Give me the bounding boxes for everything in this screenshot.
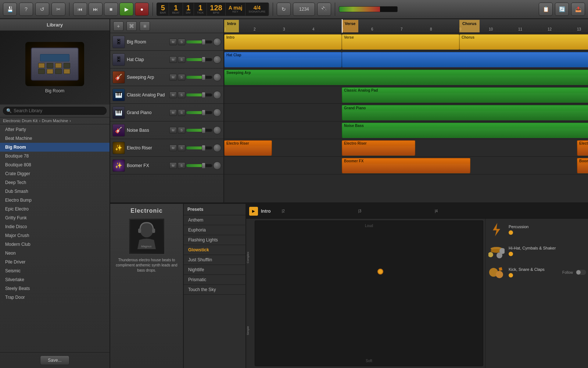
clip[interactable] <box>342 52 588 67</box>
add-track-button[interactable]: + <box>113 21 123 31</box>
help-button[interactable]: ? <box>19 3 33 16</box>
track-item[interactable]: 🎛 Hat Clap M S <box>110 51 223 68</box>
mute-button[interactable]: M <box>169 74 177 81</box>
undo-button[interactable]: ↺ <box>35 3 49 16</box>
track-fader[interactable] <box>186 129 212 132</box>
track-pan-knob[interactable] <box>213 109 221 117</box>
share-button[interactable]: 📤 <box>571 3 585 16</box>
mute-button[interactable]: M <box>169 92 177 98</box>
track-item[interactable]: 🎛 Big Room M S <box>110 33 223 51</box>
clip[interactable]: Boomer FX <box>577 158 588 173</box>
track-pan-knob[interactable] <box>213 38 221 46</box>
track-pan-knob[interactable] <box>213 126 221 134</box>
track-item[interactable]: 🎹 Classic Analog Pad M S <box>110 86 223 104</box>
track-fader[interactable] <box>186 146 212 149</box>
library-item[interactable]: Modern Club <box>0 240 110 249</box>
library-item[interactable]: Major Crush <box>0 231 110 240</box>
search-input[interactable] <box>14 108 103 113</box>
follow-toggle[interactable] <box>576 270 586 275</box>
clip[interactable]: Classic Analog Pad <box>342 87 588 103</box>
clip[interactable]: Electro Riser <box>342 140 415 156</box>
solo-button[interactable]: S <box>178 56 185 63</box>
instrument-dot[interactable] <box>509 252 513 256</box>
project-number[interactable]: 1234 <box>293 3 315 16</box>
library-item[interactable]: After Party <box>0 125 110 134</box>
library-item[interactable]: Gritty Funk <box>0 213 110 222</box>
library-item[interactable]: Crate Digger <box>0 169 110 178</box>
mute-button[interactable]: M <box>169 109 177 116</box>
mute-button[interactable]: M <box>169 145 177 151</box>
rewind-button[interactable]: ⏮ <box>73 3 87 16</box>
solo-button[interactable]: S <box>178 127 185 134</box>
library-item[interactable]: Steely Beats <box>0 284 110 293</box>
library-item[interactable]: Neon <box>0 249 110 258</box>
preset-item[interactable]: Just Shufflin <box>184 255 245 265</box>
library-item[interactable]: Trap Door <box>0 293 110 302</box>
fast-forward-button[interactable]: ⏭ <box>89 3 103 16</box>
plugin-button[interactable]: 🔌 <box>317 3 331 16</box>
instrument-dot[interactable] <box>509 230 513 235</box>
loop-button[interactable]: 🔄 <box>555 3 569 16</box>
track-item[interactable]: ✨ Boomer FX M S <box>110 157 223 174</box>
library-item[interactable]: Dub Smash <box>0 187 110 196</box>
library-item[interactable]: Epic Electro <box>0 205 110 213</box>
clip[interactable]: Chorus <box>459 34 588 50</box>
breadcrumb-item[interactable]: Drum Machine <box>42 118 68 123</box>
note-view-button[interactable]: 📋 <box>539 3 553 16</box>
track-item[interactable]: 🎸 Sweeping Arp M S <box>110 68 223 86</box>
clip[interactable]: Grand Piano <box>342 105 588 120</box>
beat-play-button[interactable]: ▶ <box>249 207 258 216</box>
solo-button[interactable]: S <box>178 74 185 81</box>
clip[interactable]: Electro Riser <box>224 140 272 156</box>
record-button[interactable]: ● <box>135 3 149 16</box>
track-fader[interactable] <box>186 93 212 96</box>
breadcrumb-item[interactable]: Electronic Drum Kit <box>3 118 37 123</box>
track-fader[interactable] <box>186 76 212 79</box>
clip[interactable]: Boomer FX <box>342 158 470 173</box>
preset-item[interactable]: Glowstick <box>184 245 245 255</box>
instrument-dot[interactable] <box>509 273 513 277</box>
preset-item[interactable]: Anthem <box>184 215 245 225</box>
track-pan-knob[interactable] <box>213 73 221 81</box>
clip[interactable]: Hat Clap <box>224 52 342 67</box>
clip[interactable]: Noise Bass <box>342 123 588 138</box>
solo-button[interactable]: S <box>178 39 185 45</box>
library-item[interactable]: Beat Machine <box>0 134 110 143</box>
track-fader[interactable] <box>186 58 212 61</box>
track-pan-knob[interactable] <box>213 162 221 170</box>
solo-button[interactable]: S <box>178 109 185 116</box>
beat-xy-pad[interactable]: Loud Soft <box>255 220 483 366</box>
scissors-button[interactable]: ✂ <box>51 3 65 16</box>
save-button[interactable]: Save... <box>40 355 69 365</box>
library-item[interactable]: Electro Bump <box>0 196 110 205</box>
track-pan-knob[interactable] <box>213 56 221 64</box>
filter-button[interactable]: ≡ <box>140 21 150 31</box>
preset-item[interactable]: Touch the Sky <box>184 285 245 295</box>
library-item[interactable]: Boutique 808 <box>0 160 110 169</box>
clip[interactable]: Intro <box>224 34 342 50</box>
preset-item[interactable]: Euphoria <box>184 225 245 235</box>
cycle-button[interactable]: ↻ <box>277 3 291 16</box>
library-item[interactable]: Indie Disco <box>0 222 110 231</box>
track-item[interactable]: 🎹 Grand Piano M S <box>110 104 223 121</box>
library-item[interactable]: Seismic <box>0 266 110 275</box>
library-item[interactable]: Boutique 78 <box>0 152 110 160</box>
play-button[interactable]: ▶ <box>119 3 133 16</box>
clip[interactable]: Verse <box>342 34 459 50</box>
library-item[interactable]: Big Room <box>0 143 110 152</box>
preset-item[interactable]: Nightlife <box>184 265 245 275</box>
library-item[interactable]: Deep Tech <box>0 178 110 187</box>
track-pan-knob[interactable] <box>213 144 221 152</box>
mute-button[interactable]: M <box>169 162 177 169</box>
solo-button[interactable]: S <box>178 162 185 169</box>
xy-dot[interactable] <box>377 269 383 275</box>
track-fader[interactable] <box>186 111 212 114</box>
solo-button[interactable]: S <box>178 92 185 98</box>
mute-button[interactable]: M <box>169 39 177 45</box>
preset-item[interactable]: Flashing Lights <box>184 235 245 245</box>
mute-button[interactable]: M <box>169 127 177 134</box>
solo-button[interactable]: S <box>178 145 185 151</box>
track-fader[interactable] <box>186 40 212 43</box>
track-fader[interactable] <box>186 164 212 167</box>
mute-button[interactable]: M <box>169 56 177 63</box>
